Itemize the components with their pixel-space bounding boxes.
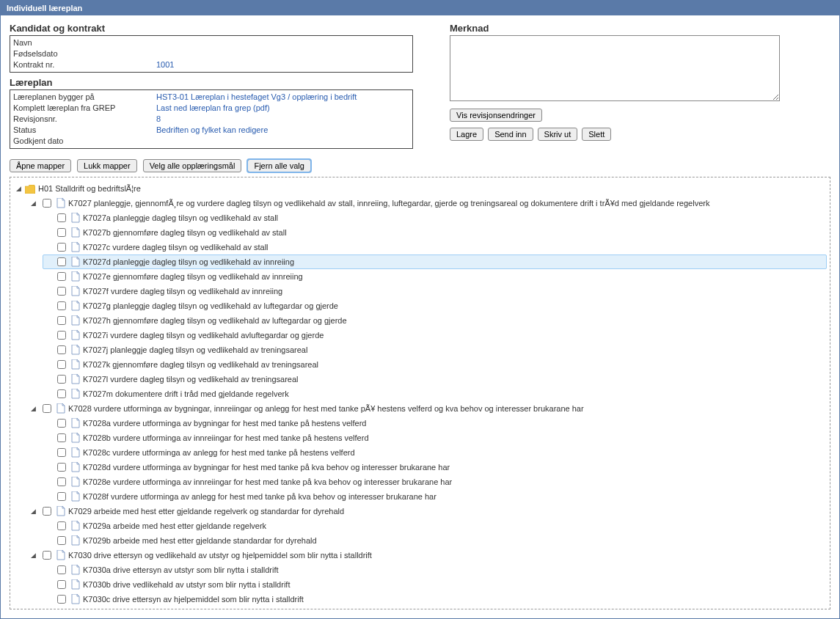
tree-node-k7028d[interactable]: ◢K7028d vurdere utforminga av bygningar … xyxy=(43,460,827,475)
document-icon xyxy=(71,345,80,355)
tree-checkbox[interactable] xyxy=(43,507,51,516)
tree-checkbox[interactable] xyxy=(57,243,66,252)
tree-node-k7028e[interactable]: ◢K7028e vurdere utforminga av innreiinga… xyxy=(43,475,827,489)
expand-toggle[interactable]: ◢ xyxy=(29,197,37,210)
document-icon xyxy=(71,579,80,590)
tree-checkbox[interactable] xyxy=(57,419,66,428)
plan-info-box: Læreplanen bygger på HST3-01 Læreplan i … xyxy=(10,89,413,149)
contract-label: Kontrakt nr. xyxy=(13,59,156,70)
plan-based-value[interactable]: HST3-01 Læreplan i hestefaget Vg3 / oppl… xyxy=(156,92,409,103)
tree-checkbox[interactable] xyxy=(57,228,66,237)
tree-node-label: K7028f vurdere utforminga av anlegg for … xyxy=(83,491,437,503)
tree-node-k7027i[interactable]: ◢K7027i vurdere dagleg tilsyn og vedlike… xyxy=(43,328,827,343)
tree-checkbox[interactable] xyxy=(57,213,66,222)
save-button[interactable]: Lagre xyxy=(450,128,483,141)
tree-checkbox[interactable] xyxy=(57,345,66,354)
document-icon xyxy=(56,198,65,208)
plan-status-label: Status xyxy=(13,125,156,136)
tree-node-k7030[interactable]: ◢K7030 drive ettersyn og vedlikehald av … xyxy=(28,548,827,563)
tree-node-k7029[interactable]: ◢K7029 arbeide med hest etter gjeldande … xyxy=(28,504,827,519)
tree-checkbox[interactable] xyxy=(57,580,66,589)
expand-toggle[interactable]: ◢ xyxy=(29,403,37,415)
tree-node-k7028[interactable]: ◢K7028 vurdere utforminga av bygningar, … xyxy=(28,401,827,416)
tree-node-k7030a[interactable]: ◢K7030a drive ettersyn av utstyr som bli… xyxy=(43,563,827,577)
tree-node-k7028f[interactable]: ◢K7028f vurdere utforminga av anlegg for… xyxy=(43,489,827,504)
tree-checkbox[interactable] xyxy=(57,448,66,457)
show-revisions-button[interactable]: Vis revisjonsendringer xyxy=(450,109,542,122)
tree-node-k7028c[interactable]: ◢K7028c vurdere utforminga av anlegg for… xyxy=(43,445,827,460)
open-folders-button[interactable]: Åpne mapper xyxy=(10,159,71,172)
expand-toggle[interactable]: ◢ xyxy=(15,183,22,195)
select-all-button[interactable]: Velg alle opplæringsmål xyxy=(143,159,242,172)
document-icon xyxy=(71,389,80,399)
tree-node-k7027k[interactable]: ◢K7027k gjennomføre dagleg tilsyn og ved… xyxy=(43,357,827,372)
tree-node-k7027l[interactable]: ◢K7027l vurdere dagleg tilsyn og vedlike… xyxy=(43,372,827,387)
tree-checkbox[interactable] xyxy=(57,360,66,369)
send-button[interactable]: Send inn xyxy=(488,128,533,141)
delete-button[interactable]: Slett xyxy=(582,128,611,141)
tree-checkbox[interactable] xyxy=(57,521,66,530)
close-folders-button[interactable]: Lukk mapper xyxy=(77,159,137,172)
tree-node-label: K7028c vurdere utforminga av anlegg for … xyxy=(83,447,355,459)
tree-node-h01[interactable]: ◢H01 Stalldrift og bedriftslÃ¦re xyxy=(13,182,827,196)
tree-checkbox[interactable] xyxy=(57,536,66,545)
tree-node-k7027d[interactable]: ◢K7027d planleggje dagleg tilsyn og vedl… xyxy=(43,254,827,269)
tree-node-k7027b[interactable]: ◢K7027b gjennomføre dagleg tilsyn og ved… xyxy=(43,225,827,240)
note-textarea[interactable] xyxy=(450,35,780,101)
document-icon xyxy=(71,477,80,487)
document-icon xyxy=(71,330,80,340)
tree-node-k7027c[interactable]: ◢K7027c vurdere dagleg tilsyn og vedlike… xyxy=(43,240,827,254)
tree-node-k7030d[interactable]: ◢K7030d drive vedlikehald av hjelpemidde… xyxy=(43,607,827,609)
tree-node-label: K7029b arbeide med hest etter gjeldande … xyxy=(83,535,317,547)
tree-node-label: K7028a vurdere utforminga av bygningar f… xyxy=(83,417,366,430)
tree-checkbox[interactable] xyxy=(57,595,66,604)
expand-toggle[interactable]: ◢ xyxy=(29,549,37,562)
document-icon xyxy=(71,491,80,502)
tree-checkbox[interactable] xyxy=(57,375,66,384)
tree-node-k7027g[interactable]: ◢K7027g planleggje dagleg tilsyn og vedl… xyxy=(43,298,827,313)
tree-checkbox[interactable] xyxy=(57,257,66,266)
tree-node-k7029b[interactable]: ◢K7029b arbeide med hest etter gjeldande… xyxy=(43,533,827,548)
document-icon xyxy=(71,418,80,428)
tree-node-label: K7030a drive ettersyn av utstyr som blir… xyxy=(83,564,279,576)
tree-node-k7027e[interactable]: ◢K7027e gjennomføre dagleg tilsyn og ved… xyxy=(43,269,827,284)
tree-node-k7027j[interactable]: ◢K7027j planleggje dagleg tilsyn og vedl… xyxy=(43,343,827,357)
tree-node-k7027[interactable]: ◢K7027 planleggje, gjennomfÃ¸re og vurde… xyxy=(28,196,827,210)
tree-checkbox[interactable] xyxy=(57,463,66,472)
tree-node-k7027a[interactable]: ◢K7027a planleggje dagleg tilsyn og vedl… xyxy=(43,210,827,225)
tree-node-label: K7028b vurdere utforminga av innreiingar… xyxy=(83,432,369,444)
tree-checkbox[interactable] xyxy=(43,199,51,208)
tree-checkbox[interactable] xyxy=(57,492,66,501)
plan-complete-value[interactable]: Last ned læreplan fra grep (pdf) xyxy=(156,103,409,114)
contract-value[interactable]: 1001 xyxy=(156,59,409,70)
expand-toggle[interactable]: ◢ xyxy=(29,505,37,518)
print-button[interactable]: Skriv ut xyxy=(538,128,578,141)
tree-node-k7027h[interactable]: ◢K7027h gjennomføre dagleg tilsyn og ved… xyxy=(43,313,827,328)
tree-checkbox[interactable] xyxy=(43,551,51,560)
tree-node-label: K7030 drive ettersyn og vedlikehald av u… xyxy=(68,549,372,562)
tree-checkbox[interactable] xyxy=(43,404,51,413)
tree-checkbox[interactable] xyxy=(57,316,66,325)
birth-value xyxy=(156,48,409,59)
tree-node-label: K7027m dokumentere drift i tråd med gjel… xyxy=(83,388,289,400)
tree-checkbox[interactable] xyxy=(57,287,66,296)
clear-all-button[interactable]: Fjern alle valg xyxy=(247,159,310,172)
tree-checkbox[interactable] xyxy=(57,389,66,398)
tree-node-k7030c[interactable]: ◢K7030c drive ettersyn av hjelpemiddel s… xyxy=(43,592,827,607)
tree-checkbox[interactable] xyxy=(57,272,66,281)
document-icon xyxy=(71,242,80,252)
plan-approved-value xyxy=(156,136,409,147)
tree-node-k7030b[interactable]: ◢K7030b drive vedlikehald av utstyr som … xyxy=(43,577,827,592)
tree-node-k7027f[interactable]: ◢K7027f vurdere dagleg tilsyn og vedlike… xyxy=(43,284,827,298)
tree-checkbox[interactable] xyxy=(57,301,66,310)
tree-node-label: K7027k gjennomføre dagleg tilsyn og vedl… xyxy=(83,359,318,371)
tree-checkbox[interactable] xyxy=(57,331,66,340)
document-icon xyxy=(71,286,80,296)
tree-checkbox[interactable] xyxy=(57,565,66,574)
tree-node-k7029a[interactable]: ◢K7029a arbeide med hest etter gjeldande… xyxy=(43,519,827,533)
tree-node-k7028b[interactable]: ◢K7028b vurdere utforminga av innreiinga… xyxy=(43,431,827,445)
tree-node-k7027m[interactable]: ◢K7027m dokumentere drift i tråd med gje… xyxy=(43,387,827,401)
tree-checkbox[interactable] xyxy=(57,433,66,442)
tree-checkbox[interactable] xyxy=(57,477,66,486)
tree-node-k7028a[interactable]: ◢K7028a vurdere utforminga av bygningar … xyxy=(43,416,827,431)
